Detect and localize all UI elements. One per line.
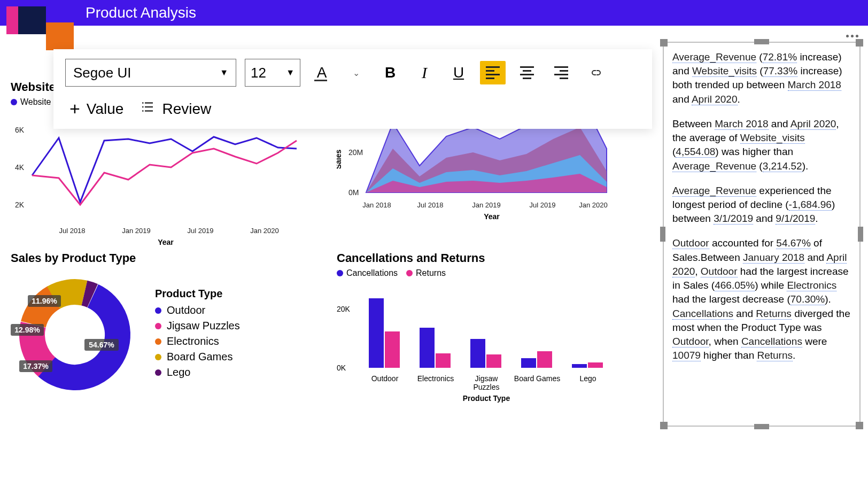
narrative-paragraph: Outdoor accounted for 54.67% of Sales.Be…	[672, 236, 851, 362]
svg-rect-5	[385, 331, 400, 368]
x-tick: Jan 2020	[579, 201, 608, 209]
y-tick: 0M	[348, 188, 359, 197]
font-value: Segoe UI	[73, 65, 131, 81]
svg-rect-12	[572, 364, 587, 368]
x-tick: Jan 2019	[122, 227, 151, 235]
svg-rect-6	[420, 328, 435, 368]
y-axis-title: Sales	[337, 149, 343, 169]
font-color-chevron[interactable]: ⌄	[343, 61, 369, 84]
font-size-select[interactable]: 12▼	[245, 59, 300, 87]
legend: Cancellations Returns	[337, 268, 620, 278]
resize-handle[interactable]	[754, 424, 769, 429]
bar-chart-svg: 20K 0K Outdoor Electronics JigsawPuzzles…	[337, 282, 620, 405]
legend-label: Cancellations	[346, 268, 398, 278]
text-toolbar: Segoe UI▼ 12▼ A ⌄ B I U +Value Review	[53, 49, 652, 129]
legend-label: Returns	[416, 268, 446, 278]
x-tick: Jan 2020	[250, 227, 279, 235]
line-chart-svg: 6K 4K 2K Jul 2018 Jan 2019 Jul 2019 Jan …	[11, 111, 310, 250]
header-bar: Product Analysis	[0, 0, 868, 26]
size-value: 12	[251, 65, 266, 81]
x-tick: Jul 2019	[187, 227, 213, 235]
x-axis-title: Year	[158, 238, 174, 246]
list-icon	[140, 99, 156, 119]
svg-rect-4	[369, 298, 384, 368]
underline-button[interactable]: U	[446, 61, 471, 84]
x-tick: Lego	[579, 374, 596, 383]
align-center-button[interactable]	[514, 61, 540, 84]
svg-rect-13	[588, 362, 603, 368]
svg-rect-10	[521, 358, 536, 368]
review-button[interactable]: Review	[140, 99, 211, 119]
y-tick: 6K	[15, 126, 25, 134]
chart-title: Sales by Product Type	[11, 251, 321, 265]
x-tick: Outdoor	[371, 374, 399, 383]
x-tick: Jul 2018	[417, 201, 443, 209]
link-button[interactable]	[583, 61, 608, 84]
svg-rect-7	[436, 353, 451, 368]
legend-item: Lego	[167, 366, 191, 378]
svg-rect-9	[486, 354, 501, 368]
align-left-button[interactable]	[480, 61, 506, 84]
legend-title: Product Type	[155, 288, 240, 300]
y-tick: 2K	[15, 200, 25, 209]
x-tick: JigsawPuzzles	[473, 374, 499, 391]
pct-label: 12.98%	[14, 326, 40, 334]
resize-handle[interactable]	[660, 39, 668, 47]
bold-button[interactable]: B	[377, 61, 403, 84]
line-series-1	[32, 137, 297, 202]
resize-handle[interactable]	[858, 227, 863, 242]
bars-group	[369, 298, 603, 368]
smart-narrative-visual[interactable]: Average_Revenue (72.81% increase) and We…	[663, 42, 861, 427]
donut-chart: Sales by Product Type 54.67% 17.37% 12.9…	[11, 251, 321, 399]
pct-label: 11.96%	[32, 297, 57, 305]
resize-handle[interactable]	[660, 422, 668, 429]
resize-handle[interactable]	[856, 39, 863, 47]
legend-item: Outdoor	[167, 304, 205, 316]
chart-title: Cancellations and Returns	[337, 251, 620, 265]
resize-handle[interactable]	[660, 227, 665, 242]
svg-rect-8	[470, 339, 485, 368]
plus-icon: +	[69, 98, 80, 119]
font-color-button[interactable]: A	[309, 61, 335, 84]
button-label: Value	[87, 101, 124, 118]
narrative-paragraph: Average_Revenue experienced the longest …	[672, 184, 851, 226]
legend-label: Website v	[20, 97, 58, 107]
donut-legend: Product Type Outdoor Jigsaw Puzzles Elec…	[155, 288, 240, 382]
resize-handle[interactable]	[754, 39, 769, 44]
y-tick: 0K	[337, 364, 346, 372]
x-tick: Jul 2018	[59, 227, 85, 235]
pct-label: 17.37%	[23, 362, 49, 370]
x-axis-title: Year	[484, 212, 500, 221]
narrative-paragraph: Between March 2018 and April 2020, the a…	[672, 117, 851, 173]
narrative-paragraph: Average_Revenue (72.81% increase) and We…	[672, 50, 851, 106]
resize-handle[interactable]	[856, 422, 863, 429]
x-tick: Electronics	[417, 374, 454, 383]
add-value-button[interactable]: +Value	[69, 98, 123, 119]
logo	[6, 6, 90, 34]
font-family-select[interactable]: Segoe UI▼	[65, 59, 236, 87]
x-tick: Jan 2019	[472, 201, 501, 209]
y-tick: 20M	[348, 148, 363, 157]
align-right-button[interactable]	[548, 61, 574, 84]
x-tick: Jul 2019	[529, 201, 555, 209]
x-tick: Jan 2018	[362, 201, 391, 209]
italic-button[interactable]: I	[412, 61, 437, 84]
svg-rect-11	[537, 351, 552, 368]
donut-svg: 54.67% 17.37% 12.98% 11.96%	[11, 271, 139, 399]
x-tick: Board Games	[514, 374, 560, 383]
line-series-2	[32, 141, 297, 205]
legend-item: Jigsaw Puzzles	[167, 320, 240, 332]
x-axis-title: Product Type	[463, 394, 510, 403]
pct-label: 54.67%	[89, 341, 114, 349]
button-label: Review	[162, 101, 211, 118]
y-tick: 20K	[337, 305, 351, 313]
legend-item: Board Games	[167, 351, 232, 363]
y-tick: 4K	[15, 163, 25, 172]
page-title: Product Analysis	[86, 4, 196, 21]
bar-chart: Cancellations and Returns Cancellations …	[337, 251, 620, 407]
legend-item: Electronics	[167, 335, 219, 347]
